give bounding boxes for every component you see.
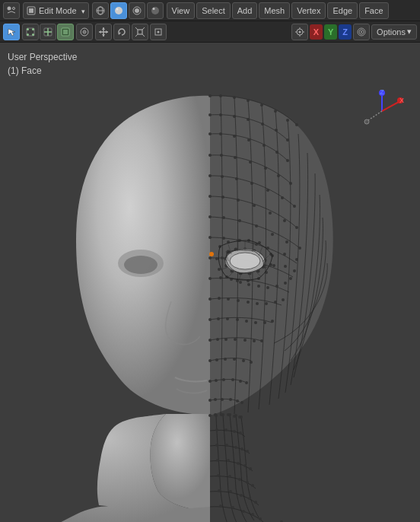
svg-point-102 (295, 226, 298, 229)
svg-point-89 (208, 174, 212, 177)
svg-point-108 (285, 240, 288, 243)
svg-point-257 (259, 517, 262, 520)
svg-point-237 (246, 450, 249, 453)
select-tool-btn[interactable] (3, 24, 20, 40)
svg-point-150 (293, 269, 296, 272)
svg-point-240 (237, 462, 240, 465)
svg-point-166 (256, 302, 259, 305)
mode-selector[interactable]: Edit Mode (23, 2, 89, 19)
svg-point-68 (208, 113, 212, 116)
proportional-edit-btn[interactable] (76, 24, 93, 40)
select-modes (22, 24, 74, 40)
svg-point-149 (284, 265, 287, 268)
svg-point-164 (237, 299, 240, 302)
svg-point-228 (240, 415, 243, 419)
svg-point-80 (275, 151, 278, 154)
svg-point-0 (8, 6, 11, 10)
svg-point-248 (218, 489, 221, 492)
select-menu[interactable]: Select (196, 2, 231, 19)
svg-point-75 (208, 132, 212, 135)
svg-point-60 (208, 94, 212, 97)
svg-point-101 (283, 219, 286, 222)
options-chevron: ▾ (407, 27, 412, 37)
svg-marker-33 (118, 32, 121, 35)
svg-point-69 (219, 113, 222, 116)
svg-point-81 (286, 159, 289, 162)
svg-marker-32 (106, 30, 108, 33)
viewport[interactable]: User Perspective (1) Face Z X (0, 43, 420, 522)
svg-point-111 (222, 237, 225, 240)
svg-text:Z: Z (380, 88, 384, 96)
svg-point-74 (286, 138, 289, 142)
svg-point-256 (251, 513, 254, 516)
face-select-btn[interactable] (57, 24, 74, 40)
view-menu[interactable]: View (167, 2, 196, 19)
mode-label: Edit Mode (39, 6, 77, 15)
svg-point-236 (240, 447, 243, 450)
svg-point-202 (240, 401, 243, 404)
svg-point-175 (254, 321, 257, 324)
svg-point-145 (295, 258, 298, 261)
svg-point-110 (208, 236, 212, 239)
snap-tools (76, 24, 93, 40)
snap-icon-btn[interactable] (291, 24, 308, 40)
svg-point-173 (236, 318, 239, 321)
edge-select-btn[interactable] (40, 24, 56, 40)
y-axis-btn[interactable]: Y (324, 24, 337, 40)
vertex-select-btn[interactable] (22, 24, 39, 40)
add-menu[interactable]: Add (232, 2, 258, 19)
material-btn[interactable] (129, 2, 145, 19)
svg-point-172 (226, 317, 229, 320)
svg-point-227 (234, 414, 237, 417)
svg-point-182 (243, 339, 247, 342)
options-btn[interactable]: Options ▾ (371, 24, 417, 40)
wireframe-btn[interactable] (92, 2, 109, 19)
svg-point-249 (229, 490, 232, 493)
svg-point-8 (116, 8, 118, 10)
svg-point-183 (253, 339, 256, 342)
svg-point-181 (234, 338, 237, 341)
svg-rect-34 (138, 30, 142, 34)
viewport-shading (92, 2, 164, 19)
svg-point-61 (219, 94, 222, 97)
svg-point-233 (215, 444, 218, 447)
svg-point-100 (269, 212, 272, 215)
svg-point-65 (274, 110, 277, 113)
svg-line-56 (368, 111, 382, 120)
svg-point-142 (209, 252, 214, 256)
move-btn[interactable] (95, 24, 112, 40)
svg-point-15 (27, 28, 29, 30)
solid-btn[interactable] (110, 2, 127, 19)
scale-btn[interactable] (132, 24, 148, 40)
mesh-menu[interactable]: Mesh (259, 2, 290, 19)
mode-chevron (80, 6, 85, 15)
svg-point-95 (293, 205, 296, 208)
transform-btn[interactable] (150, 24, 167, 40)
svg-point-155 (247, 283, 250, 286)
rotate-btn[interactable] (113, 24, 130, 40)
svg-point-234 (225, 444, 228, 447)
z-axis-btn[interactable]: Z (339, 24, 352, 40)
vertex-menu[interactable]: Vertex (291, 2, 326, 19)
svg-point-179 (216, 338, 219, 341)
viewport-label: User Perspective (1) Face (8, 50, 77, 78)
face-menu[interactable]: Face (359, 2, 388, 19)
svg-point-59 (124, 256, 158, 274)
svg-point-192 (215, 379, 218, 382)
svg-rect-3 (29, 8, 33, 13)
x-axis-btn[interactable]: X (310, 24, 323, 40)
svg-point-85 (249, 161, 252, 164)
svg-point-40 (158, 30, 160, 33)
svg-point-62 (233, 96, 236, 99)
svg-point-70 (233, 115, 236, 118)
rendered-btn[interactable] (147, 2, 164, 19)
edge-menu[interactable]: Edge (327, 2, 358, 19)
proportional-icon-btn[interactable] (353, 24, 370, 40)
svg-point-141 (215, 257, 218, 260)
editor-type-icon[interactable] (3, 2, 20, 19)
second-toolbar: X Y Z Options ▾ (0, 21, 420, 43)
svg-marker-29 (102, 27, 105, 30)
svg-point-167 (265, 302, 268, 305)
svg-point-72 (261, 123, 264, 126)
svg-point-88 (289, 182, 292, 185)
